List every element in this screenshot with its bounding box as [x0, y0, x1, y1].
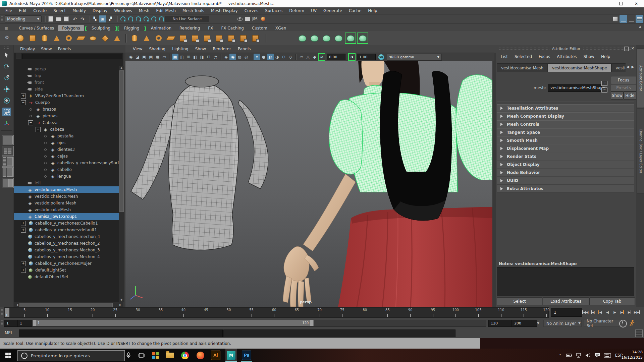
camera-attributes-icon[interactable]: ▣ [141, 54, 148, 60]
section-extra-attributes[interactable]: Extra Attributes [497, 185, 634, 192]
playback-start-field[interactable]: 1 [17, 320, 32, 327]
menu-select[interactable]: Select [50, 8, 69, 13]
safe-title-icon[interactable]: ◔ [212, 54, 219, 60]
shelf-tab-custom[interactable]: Custom [248, 25, 271, 31]
menu-file[interactable]: File [2, 8, 15, 13]
2d-pan-zoom-icon[interactable]: ▭ [161, 54, 168, 60]
status-separator[interactable] [88, 16, 90, 22]
motion-blur-icon[interactable]: ◑ [274, 54, 280, 60]
make-live-button[interactable] [158, 15, 165, 22]
contrast-icon[interactable]: ◑ [348, 53, 356, 61]
scroll-right-icon[interactable]: ▶ [118, 303, 123, 306]
collapse-icon[interactable]: − [28, 120, 33, 125]
section-uuid[interactable]: UUID [497, 177, 634, 184]
section-expand-icon[interactable] [500, 107, 503, 110]
menu-mesh[interactable]: Mesh [136, 8, 153, 13]
shelf-tab-rigging[interactable]: Rigging [120, 25, 143, 31]
shelf-button-combine[interactable] [177, 33, 189, 44]
render-view-button[interactable] [236, 15, 244, 22]
shadows-icon[interactable]: ● [260, 54, 267, 60]
modeling-toolkit-toggle[interactable] [611, 15, 619, 23]
menu-set-dropdown[interactable]: Modeling▼ [5, 15, 42, 22]
outliner-item-piernas[interactable]: piernas [14, 113, 119, 119]
outliner-item-top[interactable]: top [14, 72, 119, 79]
menu-help[interactable]: Help [598, 54, 613, 59]
rotate-tool-button[interactable] [2, 96, 11, 105]
load-attributes-button[interactable]: Load Attributes [543, 297, 589, 305]
battery-button[interactable] [565, 349, 574, 362]
playback-end-field[interactable]: 120 [488, 320, 512, 327]
channel-box-toggle[interactable] [636, 15, 643, 23]
current-frame-marker[interactable]: 1 [5, 308, 9, 317]
outliner-item-left[interactable]: left [14, 180, 119, 186]
section-mesh-component-display[interactable]: Mesh Component Display [497, 112, 634, 120]
command-input-field[interactable] [19, 329, 223, 337]
store-button[interactable] [150, 349, 161, 362]
shelf-button-poly-torus[interactable] [63, 33, 74, 44]
play-forwards-button[interactable]: ▶ [611, 308, 619, 316]
menu-show[interactable]: Show [192, 47, 209, 51]
shelf-tab-fx-caching[interactable]: FX Caching [217, 25, 248, 31]
animation-end-field[interactable]: 200 [512, 320, 537, 327]
minimize-button[interactable]: — [598, 0, 613, 7]
tray-expand-button[interactable]: ⌃ [556, 349, 564, 362]
step-forward-key-button[interactable]: ▶ [619, 308, 626, 316]
ipr-render-button[interactable]: IPR [252, 15, 259, 22]
presets-button[interactable]: Presets [611, 84, 636, 92]
grid-icon[interactable]: ▦ [172, 54, 178, 60]
action-center-button[interactable] [593, 349, 602, 362]
network-button[interactable] [574, 349, 583, 362]
cortana-search-box[interactable]: Pregúntame lo que quieras [17, 350, 125, 361]
section-tangent-space[interactable]: Tangent Space [497, 128, 634, 136]
start-button[interactable] [0, 349, 16, 362]
select-button[interactable]: Select [497, 297, 542, 305]
photoshop-button[interactable]: Ps [241, 349, 252, 362]
depth-of-field-icon[interactable]: ◇ [287, 54, 294, 60]
outliner-item-cabellos-y-mechones-mechon-2[interactable]: cabellos_y_mechones:Mechon_2 [14, 240, 119, 247]
outliner-item-vestido-pollera-mesh[interactable]: vestido:pollera:Mesh [14, 200, 119, 206]
shelf-button-poly-cone[interactable] [51, 33, 62, 44]
anim-layer-dropdown[interactable]: No Anim Layer [543, 320, 582, 327]
scale-tool-button[interactable] [2, 108, 11, 116]
shelf-button-separate[interactable] [189, 33, 201, 44]
section-expand-icon[interactable] [500, 147, 503, 150]
tab-scroll-right-icon[interactable]: ▶ [632, 65, 634, 69]
select-component-button[interactable]: ▞ [107, 15, 114, 22]
wireframe-icon[interactable]: ◈ [223, 54, 229, 60]
section-expand-icon[interactable] [500, 139, 503, 142]
scroll-up-icon[interactable]: ▲ [119, 66, 124, 69]
command-language-label[interactable]: MEL [5, 330, 13, 335]
joints-xray-icon[interactable]: ◆ [311, 54, 318, 60]
save-scene-button[interactable] [62, 15, 70, 22]
render-settings-button[interactable] [259, 15, 267, 22]
paint-select-tool-button[interactable] [2, 73, 11, 82]
volume-button[interactable] [584, 349, 592, 362]
outliner-item-cabello[interactable]: cabello [14, 166, 119, 173]
section-render-stats[interactable]: Render Stats [497, 153, 634, 160]
safe-action-icon[interactable]: ⊟ [205, 54, 212, 60]
outliner-item-cabellos-y-mechones-mechon-4[interactable]: cabellos_y_mechones:Mechon_4 [14, 253, 119, 260]
image-plane-icon[interactable]: ▦ [154, 54, 161, 60]
exposure-icon[interactable]: ◎ [318, 53, 325, 61]
outliner-filter-icon[interactable] [16, 54, 21, 59]
outliner-item-front[interactable]: front [14, 79, 119, 86]
menu-lighting[interactable]: Lighting [169, 47, 192, 51]
menu-mesh-display[interactable]: Mesh Display [208, 8, 241, 13]
shelf-button-poly-pyramid[interactable] [111, 33, 123, 44]
shelf-tab-curves-surfaces[interactable]: Curves / Surfaces [15, 25, 58, 31]
shelf-button-bevel[interactable] [213, 33, 225, 44]
current-time-field[interactable]: 1 [551, 308, 582, 317]
layout-outliner-persp-button[interactable] [2, 157, 14, 167]
shelf-button-mirror[interactable] [250, 33, 261, 44]
snap-projected-center-button[interactable] [142, 15, 150, 22]
outliner-item-defaultobjectset[interactable]: defaultObjectSet [14, 274, 119, 280]
shelf-tab-rendering[interactable]: Rendering [175, 25, 204, 31]
undo-button[interactable]: ↶ [71, 15, 78, 22]
section-object-display[interactable]: Object Display [497, 161, 634, 168]
anim-layer-dropdown-icon[interactable]: ▼ [578, 321, 581, 325]
expand-icon[interactable]: + [21, 228, 26, 233]
step-forward-frame-button[interactable]: ▶ [626, 308, 633, 316]
taskbar-clock[interactable]: 14:28 16/12/2015 [619, 350, 643, 360]
outliner-item-pesta-a[interactable]: pestaña [14, 133, 119, 139]
shaded-icon[interactable]: ◉ [229, 54, 236, 60]
